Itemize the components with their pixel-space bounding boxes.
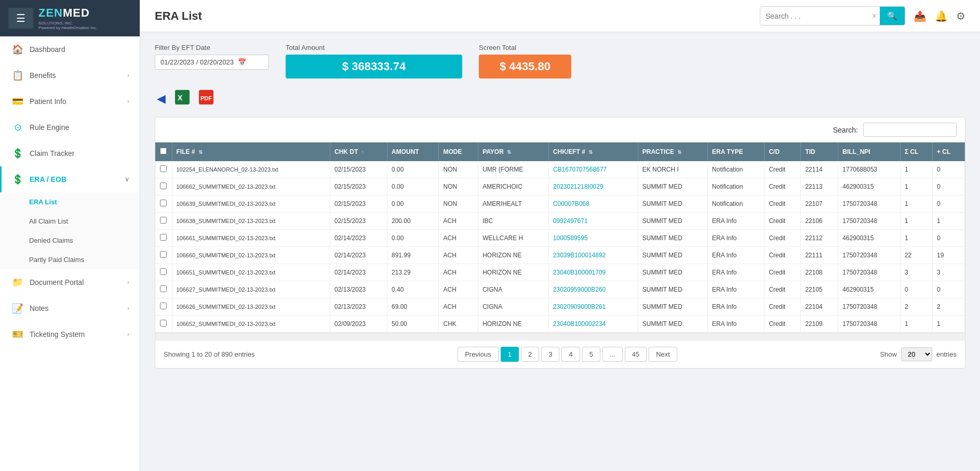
- row-chk-eft[interactable]: 1000589595: [548, 230, 638, 247]
- table-row: 106662_SUMMITMEDI_02-13-2023.txt 02/15/2…: [155, 178, 965, 195]
- row-checkbox[interactable]: [160, 200, 167, 206]
- patient-icon: 💳: [12, 96, 23, 107]
- sidebar-item-denied-claims[interactable]: Denied Claims: [0, 231, 140, 250]
- row-practice: SUMMIT MED: [638, 178, 707, 195]
- sidebar-item-rule-engine[interactable]: ⊙ Rule Engine: [0, 114, 140, 140]
- row-file[interactable]: 106638_SUMMITMEDI_02-13-2023.txt: [172, 213, 330, 230]
- page-5-button[interactable]: 5: [582, 347, 600, 362]
- row-file[interactable]: 106660_SUMMITMEDI_02-13-2023.txt: [172, 247, 330, 264]
- row-chk-eft[interactable]: 0992497671: [548, 213, 638, 230]
- row-chk-eft[interactable]: 23020909000B261: [548, 298, 638, 316]
- row-file[interactable]: 106626_SUMMITMEDI_02-13-2023.txt: [172, 298, 330, 316]
- row-checkbox[interactable]: [160, 320, 167, 326]
- row-file[interactable]: 106661_SUMMITMEDI_02-13-2023.txt: [172, 230, 330, 247]
- screen-total-label: Screen Total: [479, 44, 571, 51]
- hamburger-button[interactable]: ☰: [8, 8, 33, 29]
- row-plus-cl: 0: [933, 178, 965, 195]
- row-practice: EK NORCH I: [638, 161, 707, 178]
- sidebar-label-notes: Notes: [30, 304, 49, 312]
- row-chk-eft[interactable]: 23039B100014892: [548, 247, 638, 264]
- header-search-input[interactable]: [760, 8, 869, 24]
- table-search-input[interactable]: [863, 123, 957, 137]
- screen-total-value: $ 4435.80: [500, 60, 551, 73]
- row-checkbox[interactable]: [160, 285, 167, 292]
- row-checkbox[interactable]: [160, 182, 167, 189]
- table-footer: Showing 1 to 20 of 890 entries Previous …: [155, 340, 965, 368]
- row-checkbox[interactable]: [160, 165, 167, 172]
- show-select[interactable]: 20 50 100: [901, 347, 932, 361]
- search-button[interactable]: 🔍: [880, 7, 905, 25]
- page-45-button[interactable]: 45: [625, 347, 647, 362]
- row-checkbox[interactable]: [160, 268, 167, 275]
- back-button[interactable]: ◀: [155, 90, 168, 108]
- upload-icon-button[interactable]: 📤: [914, 10, 927, 22]
- page-1-button[interactable]: 1: [501, 347, 519, 362]
- row-checkbox[interactable]: [160, 251, 167, 258]
- row-file[interactable]: 106627_SUMMITMEDI_02-13-2023.txt: [172, 281, 330, 298]
- sidebar-item-ticketing[interactable]: 🎫 Ticketing System ›: [0, 321, 140, 347]
- row-chk-dt: 02/15/2023: [330, 213, 387, 230]
- sidebar-item-dashboard[interactable]: 🏠 Dashboard: [0, 36, 140, 62]
- row-file[interactable]: 106652_SUMMITMEDI_02-13-2023.txt: [172, 316, 330, 333]
- row-checkbox[interactable]: [160, 234, 167, 241]
- sidebar-item-benefits[interactable]: 📋 Benefits ›: [0, 62, 140, 88]
- row-checkbox[interactable]: [160, 217, 167, 224]
- select-all-checkbox[interactable]: [160, 148, 167, 154]
- search-clear-button[interactable]: ×: [869, 11, 880, 21]
- calendar-icon[interactable]: 📅: [238, 58, 246, 66]
- row-file[interactable]: 106651_SUMMITMEDI_02-13-2023.txt: [172, 264, 330, 281]
- sidebar-item-era-eob[interactable]: 💲 ERA / EOB ∨: [0, 166, 140, 192]
- col-sum-cl: Σ CL: [900, 142, 932, 161]
- previous-button[interactable]: Previous: [458, 347, 499, 362]
- row-checkbox[interactable]: [160, 303, 167, 309]
- sidebar-item-era-list[interactable]: ERA List: [0, 192, 140, 212]
- era-submenu: ERA List All Claim List Denied Claims Pa…: [0, 192, 140, 269]
- excel-export-button[interactable]: X: [173, 88, 192, 110]
- settings-icon-button[interactable]: ⚙: [956, 10, 965, 22]
- row-chk-eft[interactable]: 23040B100002234: [548, 316, 638, 333]
- table-row: 106661_SUMMITMEDI_02-13-2023.txt 02/14/2…: [155, 230, 965, 247]
- row-chk-eft[interactable]: 2023021218I0029: [548, 178, 638, 195]
- row-file[interactable]: 102254_ELENANORCH_02-13-2023.txt: [172, 161, 330, 178]
- page-4-button[interactable]: 4: [561, 347, 580, 362]
- pagination: Previous 1 2 3 4 5 ... 45 Next: [458, 347, 677, 362]
- sidebar-item-claim-tracker[interactable]: 💲 Claim Tracker: [0, 140, 140, 166]
- row-era-type: ERA Info: [708, 281, 764, 298]
- row-bill-npi: 1750720348: [838, 264, 901, 281]
- row-practice: SUMMIT MED: [638, 247, 707, 264]
- row-chk-eft[interactable]: C00007B068: [548, 195, 638, 213]
- row-chk-eft[interactable]: 23020959000B260: [548, 281, 638, 298]
- sidebar-item-patient-info[interactable]: 💳 Patient Info ›: [0, 88, 140, 114]
- page-title: ERA List: [155, 9, 751, 23]
- sidebar-item-partly-paid[interactable]: Partly Paid Claims: [0, 250, 140, 269]
- row-era-type: ERA Info: [708, 298, 764, 316]
- pdf-export-button[interactable]: PDF: [197, 88, 216, 110]
- row-cd: Credit: [764, 264, 801, 281]
- table-row: 106652_SUMMITMEDI_02-13-2023.txt 02/09/2…: [155, 316, 965, 333]
- sidebar-item-all-claim-list[interactable]: All Claim List: [0, 212, 140, 231]
- sidebar-item-notes[interactable]: 📝 Notes ›: [0, 295, 140, 321]
- row-bill-npi: 1750720348: [838, 213, 901, 230]
- row-file[interactable]: 106639_SUMMITMEDI_02-13-2023.txt: [172, 195, 330, 213]
- row-practice: SUMMIT MED: [638, 298, 707, 316]
- row-tid: 22104: [801, 298, 838, 316]
- col-plus-cl: + CL: [933, 142, 965, 161]
- row-checkbox-cell: [155, 247, 172, 264]
- col-tid: TID: [801, 142, 838, 161]
- page-2-button[interactable]: 2: [521, 347, 539, 362]
- row-tid: 22106: [801, 213, 838, 230]
- notification-icon-button[interactable]: 🔔: [935, 10, 948, 22]
- row-file[interactable]: 106662_SUMMITMEDI_02-13-2023.txt: [172, 178, 330, 195]
- page-3-button[interactable]: 3: [541, 347, 559, 362]
- col-era-type: ERA TYPE: [708, 142, 764, 161]
- row-chk-eft[interactable]: CB1670707568677: [548, 161, 638, 178]
- next-button[interactable]: Next: [649, 347, 677, 362]
- total-amount-label: Total Amount: [286, 44, 462, 51]
- row-chk-eft[interactable]: 23040B100001709: [548, 264, 638, 281]
- toolbar: ◀ X PDF: [155, 88, 965, 110]
- horizontal-scrollbar[interactable]: [155, 333, 965, 340]
- row-amount: 0.00: [387, 230, 439, 247]
- row-mode: ACH: [439, 281, 478, 298]
- total-amount-box: $ 368333.74: [286, 55, 462, 78]
- sidebar-item-document-portal[interactable]: 📁 Document Portal ›: [0, 269, 140, 295]
